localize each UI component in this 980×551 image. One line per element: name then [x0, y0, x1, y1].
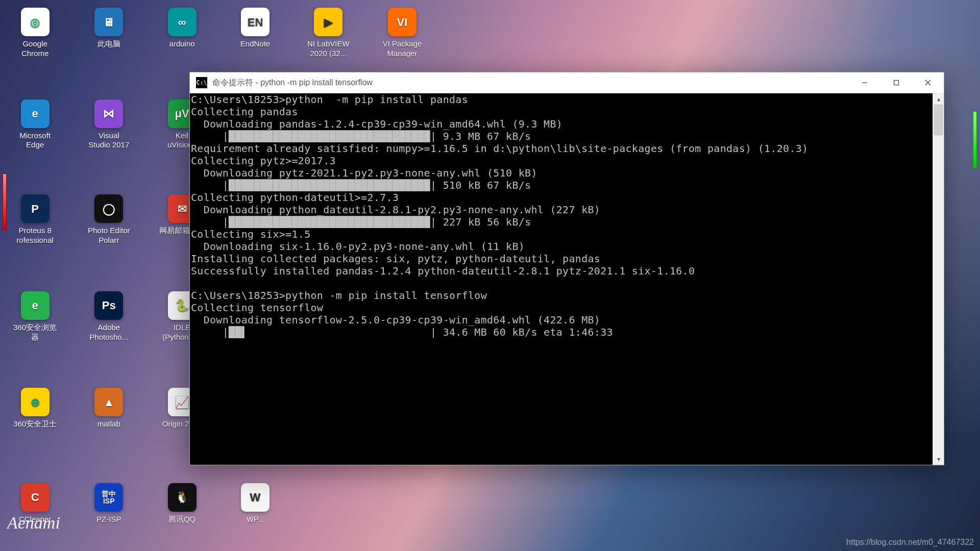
terminal-area: C:\Users\18253>python -m pip install pan… — [190, 93, 944, 465]
icon-label: WP... — [229, 515, 282, 524]
icon-label: NI LabVIEW 2020 (32... — [302, 39, 355, 59]
icon-label: EndNote — [229, 39, 282, 49]
icon-label: VI Package Manager — [376, 39, 429, 59]
desktop-icon[interactable]: ∞arduino — [156, 8, 209, 49]
icon-label: Microsoft Edge — [9, 131, 62, 151]
desktop-icon[interactable]: ◎Google Chrome — [9, 8, 62, 59]
icon-label: Photo Editor Polarr — [82, 226, 135, 245]
desktop-icon[interactable]: PProteus 8 rofessional — [9, 194, 62, 245]
app-icon: P — [21, 194, 50, 223]
desktop-icon[interactable]: ▲matlab — [82, 388, 135, 429]
app-icon: Ps — [94, 291, 123, 320]
desktop-icon[interactable]: ⋈Visual Studio 2017 — [82, 99, 135, 151]
left-edge-meter — [3, 173, 7, 231]
desktop-icon[interactable]: eMicrosoft Edge — [9, 99, 62, 151]
app-icon: e — [21, 291, 50, 320]
icon-label: Google Chrome — [9, 39, 62, 59]
minimize-icon — [862, 80, 868, 86]
app-icon: ⊕ — [21, 388, 50, 416]
icon-label: Visual Studio 2017 — [82, 131, 135, 151]
icon-label: matlab — [82, 419, 135, 429]
titlebar-app-icon: C:\ — [196, 77, 207, 88]
app-icon: 🐧 — [168, 483, 197, 512]
icon-label: Adobe Photosho... — [82, 323, 135, 342]
terminal-output[interactable]: C:\Users\18253>python -m pip install pan… — [190, 93, 933, 465]
scroll-down-button[interactable]: ▾ — [933, 454, 944, 465]
scrollbar-thumb[interactable] — [934, 105, 943, 135]
desktop-icon[interactable]: e360安全浏览 器 — [9, 291, 62, 342]
desktop-icon[interactable]: 普中 ISPPZ-ISP — [82, 483, 135, 524]
desktop-icon[interactable]: VIVI Package Manager — [376, 8, 429, 59]
window-title: 命令提示符 - python -m pip install tensorflow — [212, 78, 849, 88]
close-icon — [925, 80, 931, 86]
app-icon: 普中 ISP — [94, 483, 123, 512]
icon-label: 360安全浏览 器 — [9, 323, 62, 342]
close-button[interactable] — [912, 72, 944, 93]
vertical-scrollbar[interactable]: ▴ ▾ — [933, 93, 944, 465]
desktop-icon[interactable]: WWP... — [229, 483, 282, 524]
window-titlebar[interactable]: C:\ 命令提示符 - python -m pip install tensor… — [190, 72, 944, 93]
app-icon: e — [21, 99, 50, 128]
maximize-button[interactable] — [880, 72, 912, 93]
desktop-icon[interactable]: ◯Photo Editor Polarr — [82, 194, 135, 245]
app-icon: ▲ — [94, 388, 123, 416]
app-icon: ◎ — [21, 8, 50, 36]
minimize-button[interactable] — [849, 72, 880, 93]
scrollbar-track[interactable] — [933, 105, 944, 454]
desktop-icon[interactable]: 🐧腾讯QQ — [156, 483, 209, 524]
icon-label: 此电脑 — [82, 39, 135, 49]
icon-label: 腾讯QQ — [156, 515, 209, 524]
app-icon: ∞ — [168, 8, 197, 36]
desktop-icon[interactable]: 🖥此电脑 — [82, 8, 135, 49]
desktop-icon[interactable]: PsAdobe Photosho... — [82, 291, 135, 342]
app-icon: W — [241, 483, 270, 512]
desktop-icon[interactable]: ▶NI LabVIEW 2020 (32... — [302, 8, 355, 59]
desktop-icon[interactable]: ENEndNote — [229, 8, 282, 49]
watermark: https://blog.csdn.net/m0_47467322 — [846, 538, 974, 547]
app-icon: ⋈ — [94, 99, 123, 128]
right-edge-meter — [973, 111, 977, 168]
app-icon: VI — [388, 8, 416, 36]
app-icon: C — [21, 483, 50, 512]
app-icon: EN — [241, 8, 270, 36]
icon-label: arduino — [156, 39, 209, 49]
app-icon: ▶ — [314, 8, 342, 36]
app-icon: ◯ — [94, 194, 123, 223]
desktop-icon[interactable]: ⊕360安全卫士 — [9, 388, 62, 429]
app-icon: 🖥 — [94, 8, 123, 36]
icon-label: Proteus 8 rofessional — [9, 226, 62, 245]
icon-label: PZ-ISP — [82, 515, 135, 524]
command-prompt-window[interactable]: C:\ 命令提示符 - python -m pip install tensor… — [189, 72, 944, 465]
scroll-up-button[interactable]: ▴ — [933, 93, 944, 105]
desktop[interactable]: ◎Google Chrome🖥此电脑∞arduinoENEndNote▶NI L… — [0, 0, 980, 551]
maximize-icon — [893, 80, 899, 86]
svg-rect-1 — [894, 81, 899, 85]
icon-label: 360安全卫士 — [9, 419, 62, 429]
wallpaper-signature: Aenami — [7, 513, 60, 533]
